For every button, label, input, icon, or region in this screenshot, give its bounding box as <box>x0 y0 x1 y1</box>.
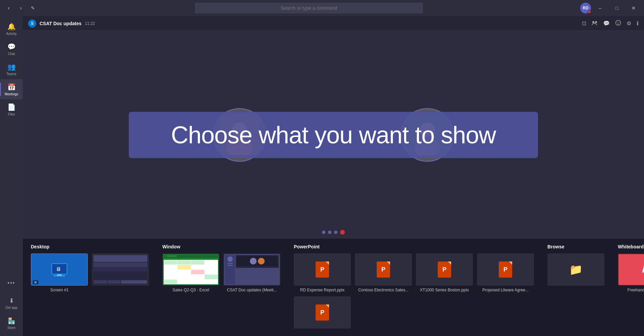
meeting-title: CSAT Doc updates <box>40 21 82 26</box>
dot-1 <box>322 231 325 234</box>
share-thumb-ppt-r2[interactable]: P <box>294 296 351 329</box>
info-icon[interactable]: ℹ <box>637 20 639 27</box>
settings-icon[interactable]: ⚙ <box>627 20 631 27</box>
search-input[interactable] <box>195 3 423 13</box>
sidebar-item-files[interactable]: 📄 Files <box>0 99 23 119</box>
share-item-ppt4[interactable]: P Proposed Litware Agree... <box>477 253 534 292</box>
share-item-label-ppt1: RD Expense Report.pptx <box>300 288 345 292</box>
sidebar-item-label: Store <box>7 326 15 330</box>
category-items-desktop: 🖥 ⊞ Screen #1 <box>31 253 149 292</box>
category-desktop: Desktop 🖥 <box>31 244 149 292</box>
share-thumb-teams[interactable] <box>223 253 280 286</box>
ppt-file-icon: P <box>316 261 329 278</box>
category-label-desktop: Desktop <box>31 244 149 249</box>
reactions-icon[interactable] <box>615 20 621 27</box>
svg-rect-14 <box>54 276 65 276</box>
ppt-icon-area-4: P <box>499 261 512 278</box>
category-label-browse: Browse <box>547 244 604 249</box>
minimize-button[interactable]: – <box>592 3 608 13</box>
svg-rect-0 <box>592 21 594 23</box>
meeting-time: 11:22 <box>85 21 95 26</box>
compose-button[interactable]: ✎ <box>28 3 38 13</box>
share-item-label-teams: CSAT Doc updates (Meeti... <box>227 288 277 292</box>
activity-icon: 🔔 <box>7 22 16 31</box>
ppt-icon-area-3: P <box>438 261 451 278</box>
close-button[interactable]: ✕ <box>626 3 641 13</box>
main-layout: 🔔 Activity 💬 Chat 👥 Teams 📅 Meetings 📄 F… <box>0 16 644 336</box>
sidebar-item-label: Meetings <box>5 92 18 96</box>
sidebar-item-more[interactable]: ••• <box>0 273 23 293</box>
excel-thumb <box>163 254 219 285</box>
sidebar-item-label: Activity <box>6 32 17 36</box>
share-thumb-ppt4[interactable]: P <box>477 253 534 286</box>
sidebar-item-activity[interactable]: 🔔 Activity <box>0 19 23 39</box>
back-button[interactable]: ‹ <box>4 3 13 13</box>
share-thumb-screen1[interactable]: 🖥 ⊞ <box>31 253 88 286</box>
sidebar-item-teams[interactable]: 👥 Teams <box>0 59 23 79</box>
participants-icon[interactable] <box>592 20 598 27</box>
get-app-icon: ⬇ <box>9 297 14 304</box>
share-thumb-screen2[interactable] <box>92 253 149 286</box>
ppt-file-icon-4: P <box>499 261 512 278</box>
share-item-screen1[interactable]: 🖥 ⊞ Screen #1 <box>31 253 88 292</box>
screen-share-icon[interactable]: ⊡ <box>582 20 586 27</box>
category-items-powerpoint-row2: P <box>294 296 534 331</box>
sidebar-item-label: Chat <box>8 52 15 56</box>
meeting-canvas: Choose what you want to show <box>23 31 644 239</box>
desktop-thumb: 🖥 <box>32 254 87 285</box>
skype-icon: S <box>28 19 36 28</box>
share-item-excel[interactable]: Sales Q2-Q3 - Excel <box>162 253 219 292</box>
share-item-ppt3[interactable]: P XT1000 Series Boston.pptx <box>416 253 473 292</box>
sidebar-item-store[interactable]: 🏪 Store <box>0 313 23 333</box>
title-bar: ‹ › ✎ RD – □ ✕ <box>0 0 644 16</box>
share-thumb-browse[interactable]: 📁 <box>547 253 604 286</box>
share-item-invision[interactable]: in Freehand by InVision <box>618 253 644 292</box>
control-dots <box>322 230 345 235</box>
share-panel: Desktop 🖥 <box>23 239 644 336</box>
share-item-label-ppt2: Contoso Electronics Sales... <box>358 288 409 292</box>
svg-point-4 <box>619 22 620 22</box>
forward-button[interactable]: › <box>16 3 25 13</box>
sidebar-item-get-app[interactable]: ⬇ Get app <box>0 293 23 313</box>
ppt-file-icon-r2: P <box>316 304 329 321</box>
share-item-label-ppt4: Proposed Litware Agree... <box>482 288 529 292</box>
meetings-icon: 📅 <box>7 83 16 91</box>
svg-rect-13 <box>57 274 62 276</box>
category-label-window: Window <box>162 244 280 249</box>
share-item-browse[interactable]: 📁 <box>547 253 604 288</box>
share-item-label-ppt3: XT1000 Series Boston.pptx <box>420 288 469 292</box>
share-thumb-ppt3[interactable]: P <box>416 253 473 286</box>
avatar[interactable]: RD <box>580 3 591 13</box>
chat-header-icon[interactable]: 💬 <box>603 20 610 27</box>
sidebar-item-chat[interactable]: 💬 Chat <box>0 39 23 59</box>
ppt-file-icon-2: P <box>377 261 390 278</box>
avatar-badge <box>588 10 591 13</box>
share-categories: Desktop 🖥 <box>31 244 636 331</box>
dot-active <box>340 230 345 235</box>
svg-point-3 <box>617 22 618 22</box>
share-item-label-screen1: Screen #1 <box>50 288 69 292</box>
share-thumb-ppt2[interactable]: P <box>355 253 412 286</box>
sidebar-item-meetings[interactable]: 📅 Meetings <box>0 79 23 99</box>
sidebar-item-label: Teams <box>6 72 16 76</box>
category-window: Window <box>162 244 280 292</box>
share-thumb-invision[interactable]: in <box>618 253 644 286</box>
ppt-icon-area-2: P <box>377 261 390 278</box>
category-whiteboard: Whiteboard in Freehand by InVision <box>618 244 644 292</box>
chat-icon: 💬 <box>7 43 16 51</box>
share-thumb-ppt1[interactable]: P <box>294 253 351 286</box>
share-item-ppt1[interactable]: P RD Expense Report.pptx <box>294 253 351 292</box>
share-item-teams-win[interactable]: CSAT Doc updates (Meeti... <box>223 253 280 292</box>
screen-indicator: ⊞ <box>33 280 38 284</box>
maximize-button[interactable]: □ <box>609 3 625 13</box>
sidebar: 🔔 Activity 💬 Chat 👥 Teams 📅 Meetings 📄 F… <box>0 16 23 336</box>
more-icon: ••• <box>8 280 15 286</box>
svg-point-2 <box>616 20 621 25</box>
share-item-ppt-r2[interactable]: P <box>294 296 351 331</box>
share-item-label-excel: Sales Q2-Q3 - Excel <box>172 288 209 292</box>
share-thumb-excel[interactable] <box>162 253 219 286</box>
invision-logo: in <box>642 264 644 275</box>
share-item-screen2[interactable] <box>92 253 149 292</box>
category-browse: Browse 📁 <box>547 244 604 288</box>
share-item-ppt2[interactable]: P Contoso Electronics Sales... <box>355 253 412 292</box>
